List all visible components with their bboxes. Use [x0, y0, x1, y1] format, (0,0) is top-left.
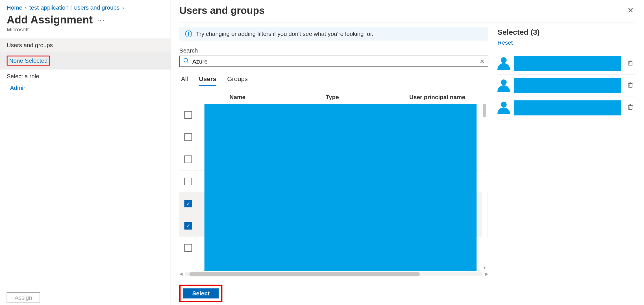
- select-button[interactable]: Select: [183, 288, 219, 299]
- left-panel: Home › test-application | Users and grou…: [0, 0, 171, 305]
- selected-item: [497, 75, 635, 97]
- search-icon: [183, 58, 189, 65]
- table-header: Name Type User principal name: [179, 90, 488, 104]
- close-icon[interactable]: ✕: [626, 4, 636, 17]
- hscrollbar-thumb[interactable]: [189, 272, 419, 276]
- none-selected-row: None Selected: [0, 52, 171, 69]
- selected-panel: Selected (3) Reset: [497, 27, 635, 305]
- more-icon[interactable]: ⋯: [97, 15, 105, 25]
- tabs: All Users Groups: [181, 73, 487, 86]
- none-selected-link[interactable]: None Selected: [7, 56, 50, 66]
- row-checkbox[interactable]: [184, 244, 192, 252]
- select-role-label: Select a role: [0, 69, 171, 83]
- results-list: ✓✓ ▲ ▼: [179, 104, 488, 271]
- users-groups-section-label: Users and groups: [0, 38, 171, 52]
- redacted-area: [514, 56, 621, 71]
- breadcrumb: Home › test-application | Users and grou…: [0, 0, 171, 12]
- remove-button[interactable]: [625, 82, 636, 90]
- row-checkbox[interactable]: ✓: [184, 222, 192, 230]
- redacted-area: [204, 104, 477, 271]
- row-checkbox[interactable]: [184, 178, 192, 185]
- vertical-scrollbar[interactable]: ▲ ▼: [482, 104, 488, 271]
- svg-rect-2: [629, 62, 632, 65]
- selected-count-title: Selected (3): [497, 28, 635, 37]
- selected-item: [497, 97, 635, 119]
- scroll-left-icon[interactable]: ◀: [179, 272, 183, 276]
- clear-icon[interactable]: ✕: [480, 58, 485, 65]
- redacted-area: [514, 78, 621, 93]
- row-checkbox[interactable]: [184, 111, 192, 119]
- tab-users[interactable]: Users: [199, 73, 216, 86]
- breadcrumb-home[interactable]: Home: [7, 4, 22, 11]
- assign-button[interactable]: Assign: [7, 292, 40, 303]
- breadcrumb-app[interactable]: test-application | Users and groups: [29, 4, 120, 11]
- horizontal-scrollbar[interactable]: ◀ ▶: [179, 272, 488, 276]
- row-checkbox[interactable]: [184, 156, 192, 163]
- search-label: Search: [179, 47, 488, 54]
- search-box[interactable]: ✕: [179, 56, 488, 67]
- selected-item: [497, 53, 635, 75]
- scrollbar-thumb[interactable]: [483, 104, 486, 117]
- svg-rect-12: [629, 106, 632, 109]
- avatar-icon: [497, 57, 510, 70]
- svg-point-0: [184, 58, 188, 62]
- admin-role-link[interactable]: Admin: [0, 83, 171, 93]
- page-title: Add Assignment: [7, 13, 93, 26]
- info-bar: i Try changing or adding filters if you …: [179, 27, 488, 40]
- row-checkbox[interactable]: ✓: [184, 200, 192, 207]
- chevron-right-icon: ›: [25, 4, 27, 11]
- remove-button[interactable]: [625, 59, 636, 68]
- page-subtitle: Microsoft: [0, 26, 171, 38]
- scroll-down-icon[interactable]: ▼: [482, 265, 488, 270]
- remove-button[interactable]: [625, 104, 636, 112]
- search-input[interactable]: [192, 58, 476, 65]
- panel-title: Users and groups: [179, 5, 265, 16]
- info-text: Try changing or adding filters if you do…: [196, 30, 373, 37]
- svg-rect-7: [629, 84, 632, 87]
- tab-groups[interactable]: Groups: [227, 73, 248, 86]
- redacted-area: [514, 100, 621, 115]
- avatar-icon: [497, 102, 510, 114]
- col-name: Name: [230, 94, 292, 101]
- col-type: Type: [326, 94, 376, 101]
- info-icon: i: [185, 30, 192, 37]
- col-upn: User principal name: [409, 94, 465, 101]
- svg-line-1: [187, 62, 188, 63]
- tab-all[interactable]: All: [181, 73, 188, 86]
- reset-link[interactable]: Reset: [497, 39, 513, 46]
- chevron-right-icon: ›: [122, 4, 124, 11]
- users-groups-panel: Users and groups ✕ i Try changing or add…: [171, 0, 644, 305]
- avatar-icon: [497, 79, 510, 92]
- row-checkbox[interactable]: [184, 133, 192, 141]
- scroll-right-icon[interactable]: ▶: [485, 272, 488, 276]
